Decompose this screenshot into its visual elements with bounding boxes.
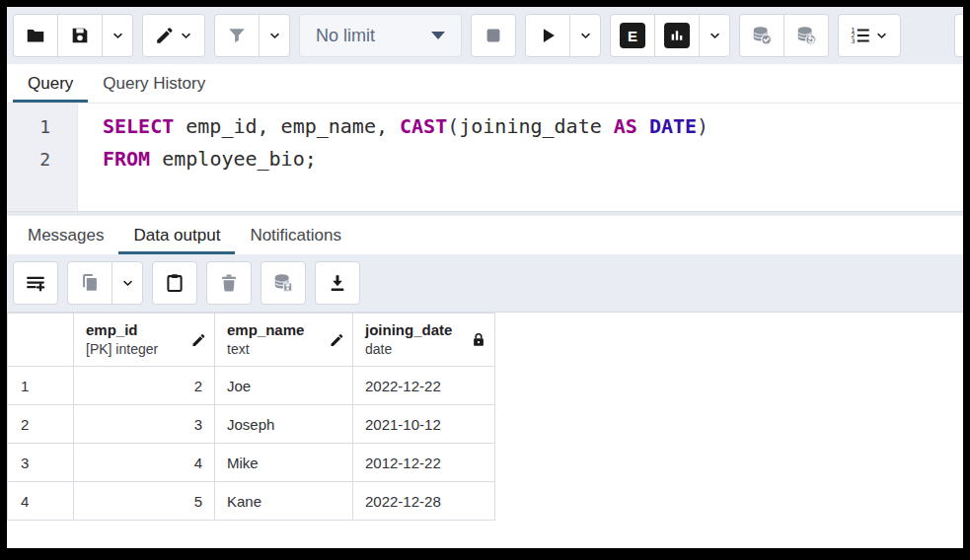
copy-group [67,261,143,305]
editor-gutter: 12 [7,104,78,211]
column-type: date [365,340,469,359]
column-header-joining-date[interactable]: joining_date date [353,314,495,367]
output-tab-bar: Messages Data output Notifications [7,216,963,254]
chevron-down-icon [578,29,593,43]
edit-button-group [142,14,205,57]
execute-button-group [525,14,601,57]
delete-group [206,261,252,305]
sql-token: ) [697,114,709,138]
sql-token: CAST [400,114,447,138]
paste-button[interactable] [152,261,197,305]
stop-button[interactable] [471,14,516,57]
grid-cell[interactable]: 4 [74,444,215,482]
explain-icon: E [620,23,645,48]
grid-cell[interactable]: Mike [215,444,353,482]
download-csv-button[interactable] [315,261,360,305]
row-limit-select[interactable]: No limit [299,14,462,57]
execute-button[interactable] [525,14,570,57]
transaction-button-group [739,14,829,57]
save-button[interactable] [57,14,103,57]
grid-cell[interactable]: 2012-12-22 [353,444,495,482]
grid-cell[interactable]: Joseph [215,405,353,444]
macros-button[interactable]: 1 2 3 [838,14,901,57]
sql-line[interactable]: SELECT emp_id, emp_name, CAST(joining_da… [103,110,963,143]
edit-button[interactable] [142,14,205,57]
stop-button-group [471,14,516,57]
column-header-emp-id[interactable]: emp_id [PK] integer [74,314,215,367]
folder-icon [25,25,46,46]
chevron-down-icon [111,29,125,43]
column-name: emp_id [86,320,188,340]
code-area[interactable]: SELECT emp_id, emp_name, CAST(joining_da… [78,104,963,211]
sql-token: ( [447,114,459,138]
tab-query-history[interactable]: Query History [88,64,220,103]
line-number: 1 [7,110,77,143]
sql-token: joining_date [459,114,614,138]
tab-query[interactable]: Query [13,64,88,103]
column-header-emp-name[interactable]: emp_name text [215,314,353,367]
tab-notifications[interactable]: Notifications [235,216,356,254]
tab-messages[interactable]: Messages [13,216,118,254]
chevron-down-icon [120,276,135,291]
sql-token: emp_id, emp_name, [174,114,400,138]
sql-token: DATE [649,114,697,138]
grid-cell[interactable]: 5 [74,482,215,521]
grid-cell[interactable]: 2021-10-12 [353,405,495,444]
filter-options-button[interactable] [259,14,290,57]
explain-letter: E [628,28,637,44]
sql-token: AS [614,114,637,138]
explain-button[interactable]: E [610,14,655,57]
copy-options-button[interactable] [112,261,143,305]
grid-cell[interactable]: 2 [74,367,215,405]
column-type: text [227,340,327,359]
row-number-cell[interactable]: 1 [8,367,74,405]
sql-token: FROM [103,147,150,171]
save-data-changes-button[interactable] [261,261,306,305]
editor-tab-bar: Query Query History [7,64,963,104]
column-name: joining_date [365,320,469,340]
table-row: 23Joseph2021-10-12 [8,405,495,444]
download-group [315,261,360,305]
tab-label: Query History [103,74,205,94]
table-row: 12Joe2022-12-22 [8,367,495,405]
row-limit-value: No limit [316,26,375,46]
clipboard-icon [164,272,186,294]
sql-editor[interactable]: 12 SELECT emp_id, emp_name, CAST(joining… [7,104,963,211]
filter-button[interactable] [214,14,260,57]
grid-cell[interactable]: Kane [215,482,353,521]
save-options-button[interactable] [102,14,133,57]
row-number-cell[interactable]: 3 [8,444,74,482]
row-number-cell[interactable]: 2 [8,405,74,444]
results-grid-area: emp_id [PK] integer emp_name text joinin… [7,312,963,548]
svg-text:3: 3 [851,37,855,45]
explain-analyze-icon [664,23,690,48]
grid-cell[interactable]: 2022-12-22 [353,367,495,405]
grid-cell[interactable]: 2022-12-28 [353,482,495,521]
grid-cell[interactable]: 3 [74,405,215,444]
delete-row-button[interactable] [206,261,252,305]
add-row-button[interactable] [13,261,58,305]
save-icon [69,25,91,46]
copy-button[interactable] [67,261,112,305]
line-number: 2 [7,143,77,175]
row-number-cell[interactable]: 4 [8,482,74,521]
commit-button[interactable] [739,14,784,57]
tab-label: Notifications [250,226,341,245]
tab-data-output[interactable]: Data output [118,216,235,254]
execute-options-button[interactable] [569,14,601,57]
explain-analyze-button[interactable] [654,14,700,57]
table-row: 34Mike2012-12-22 [8,444,495,482]
clipped-toolbar-button[interactable] [954,14,963,57]
select-all-corner-cell[interactable] [8,314,74,367]
grid-cell[interactable]: Joe [215,367,353,405]
numbered-list-icon: 1 2 3 [850,25,871,46]
rollback-button[interactable] [783,14,829,57]
tab-label: Messages [28,226,104,245]
data-output-toolbar [7,254,963,312]
column-type: [PK] integer [86,340,188,359]
sql-token [637,114,649,138]
play-icon [537,25,559,46]
sql-line[interactable]: FROM employee_bio; [103,143,963,175]
open-file-button[interactable] [13,14,58,57]
explain-options-button[interactable] [699,14,730,57]
